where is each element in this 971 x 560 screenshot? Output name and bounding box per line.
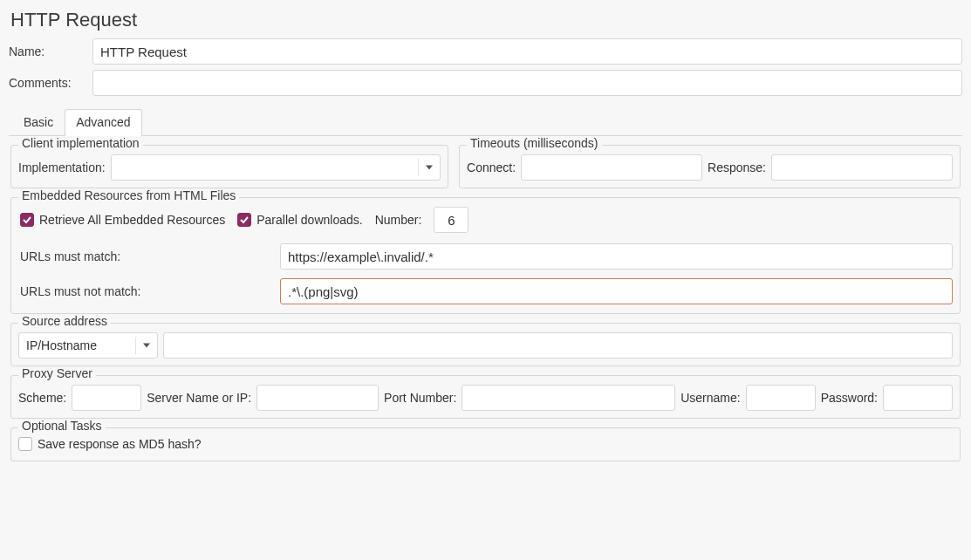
urls-notmatch-input[interactable] bbox=[280, 278, 953, 304]
timeouts-legend: Timeouts (milliseconds) bbox=[467, 136, 602, 150]
response-input[interactable] bbox=[771, 154, 953, 181]
port-label: Port Number: bbox=[384, 391, 456, 405]
source-address-input[interactable] bbox=[163, 332, 953, 359]
timeouts-group: Timeouts (milliseconds) Connect: Respons… bbox=[459, 145, 961, 188]
source-type-dropdown[interactable]: IP/Hostname bbox=[18, 332, 158, 359]
connect-input[interactable] bbox=[521, 154, 702, 181]
proxy-server-group: Proxy Server Scheme: Server Name or IP: … bbox=[10, 375, 961, 419]
embedded-resources-group: Embedded Resources from HTML Files Retri… bbox=[10, 197, 961, 314]
page-title: HTTP Request bbox=[10, 9, 962, 31]
server-name-label: Server Name or IP: bbox=[147, 391, 251, 405]
name-input[interactable] bbox=[92, 38, 962, 65]
tab-basic[interactable]: Basic bbox=[12, 109, 65, 136]
scheme-input[interactable] bbox=[72, 385, 141, 411]
port-input[interactable] bbox=[462, 385, 675, 411]
client-implementation-group: Client implementation Implementation: bbox=[10, 145, 448, 188]
urls-match-input[interactable] bbox=[280, 243, 953, 270]
parallel-downloads-checkbox[interactable]: Parallel downloads. bbox=[237, 213, 362, 227]
number-input[interactable] bbox=[434, 207, 468, 233]
server-name-input[interactable] bbox=[256, 385, 379, 411]
implementation-label: Implementation: bbox=[18, 160, 106, 174]
retrieve-all-checkbox[interactable]: Retrieve All Embedded Resources bbox=[20, 213, 225, 227]
urls-match-label: URLs must match: bbox=[18, 249, 280, 263]
client-implementation-legend: Client implementation bbox=[18, 136, 143, 150]
password-input[interactable] bbox=[883, 385, 953, 411]
name-label: Name: bbox=[9, 44, 92, 58]
check-icon bbox=[240, 215, 249, 224]
source-type-value: IP/Hostname bbox=[26, 338, 97, 352]
username-input[interactable] bbox=[746, 385, 816, 411]
comments-input[interactable] bbox=[92, 70, 962, 96]
retrieve-all-label: Retrieve All Embedded Resources bbox=[39, 213, 225, 227]
proxy-server-legend: Proxy Server bbox=[18, 366, 96, 380]
number-label: Number: bbox=[375, 213, 422, 227]
check-icon bbox=[23, 215, 31, 224]
response-label: Response: bbox=[708, 160, 766, 174]
urls-notmatch-label: URLs must not match: bbox=[18, 284, 280, 298]
optional-tasks-group: Optional Tasks Save response as MD5 hash… bbox=[10, 427, 961, 461]
tab-bar: Basic Advanced bbox=[9, 108, 962, 136]
embedded-resources-legend: Embedded Resources from HTML Files bbox=[18, 188, 239, 202]
tab-advanced[interactable]: Advanced bbox=[65, 109, 141, 136]
password-label: Password: bbox=[821, 391, 878, 405]
parallel-downloads-label: Parallel downloads. bbox=[256, 213, 362, 227]
scheme-label: Scheme: bbox=[18, 391, 66, 405]
comments-label: Comments: bbox=[9, 76, 92, 90]
chevron-down-icon bbox=[426, 166, 433, 170]
username-label: Username: bbox=[680, 391, 740, 405]
md5-checkbox[interactable]: Save response as MD5 hash? bbox=[18, 437, 202, 451]
source-address-legend: Source address bbox=[18, 314, 111, 328]
connect-label: Connect: bbox=[467, 160, 516, 174]
source-address-group: Source address IP/Hostname bbox=[10, 323, 961, 366]
implementation-dropdown[interactable] bbox=[111, 154, 441, 181]
chevron-down-icon bbox=[143, 344, 150, 348]
optional-tasks-legend: Optional Tasks bbox=[18, 419, 106, 433]
md5-label: Save response as MD5 hash? bbox=[38, 437, 202, 451]
